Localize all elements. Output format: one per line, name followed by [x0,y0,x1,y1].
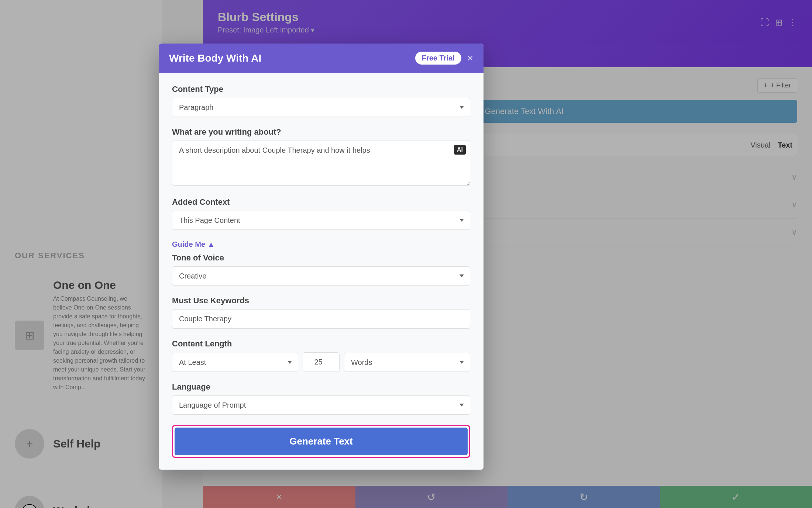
modal-header: Write Body With AI Free Trial × [159,44,484,73]
language-group: Language Language of Prompt [172,382,470,415]
guide-me-link[interactable]: Guide Me ▲ [172,240,215,249]
write-body-modal: Write Body With AI Free Trial × Content … [159,44,484,470]
content-type-select[interactable]: Paragraph [172,98,470,117]
keywords-label: Must Use Keywords [172,296,470,305]
content-length-row: At Least Words [172,352,470,372]
textarea-wrapper: AI [172,141,470,187]
writing-about-textarea[interactable] [172,141,470,186]
modal-header-right: Free Trial × [415,52,473,65]
words-select[interactable]: Words [344,353,470,372]
content-length-label: Content Length [172,339,470,349]
keywords-input[interactable] [172,309,470,329]
generate-label: Generate Text [289,436,352,447]
guide-me-arrow: ▲ [207,240,215,249]
at-least-select[interactable]: At Least [172,353,298,372]
content-type-label: Content Type [172,84,470,94]
added-context-group: Added Context This Page Content [172,197,470,230]
modal-title: Write Body With AI [169,52,261,64]
modal-body: Content Type Paragraph What are you writ… [159,73,484,470]
guide-me-label: Guide Me [172,240,205,249]
generate-btn-wrapper: Generate Text [172,425,470,458]
ai-badge: AI [454,145,466,155]
keywords-group: Must Use Keywords [172,296,470,329]
added-context-select[interactable]: This Page Content [172,211,470,230]
free-trial-badge[interactable]: Free Trial [415,52,461,65]
content-length-group: Content Length At Least Words [172,339,470,372]
tone-of-voice-group: Tone of Voice Creative [172,253,470,286]
added-context-label: Added Context [172,197,470,207]
tone-of-voice-label: Tone of Voice [172,253,470,263]
content-type-group: Content Type Paragraph [172,84,470,117]
generate-text-button[interactable]: Generate Text [175,428,468,455]
writing-about-group: What are you writing about? AI [172,127,470,187]
content-length-number[interactable] [303,352,340,372]
language-label: Language [172,382,470,392]
tone-of-voice-select[interactable]: Creative [172,266,470,286]
writing-about-label: What are you writing about? [172,127,470,137]
close-button[interactable]: × [467,52,473,64]
language-select[interactable]: Language of Prompt [172,395,470,415]
